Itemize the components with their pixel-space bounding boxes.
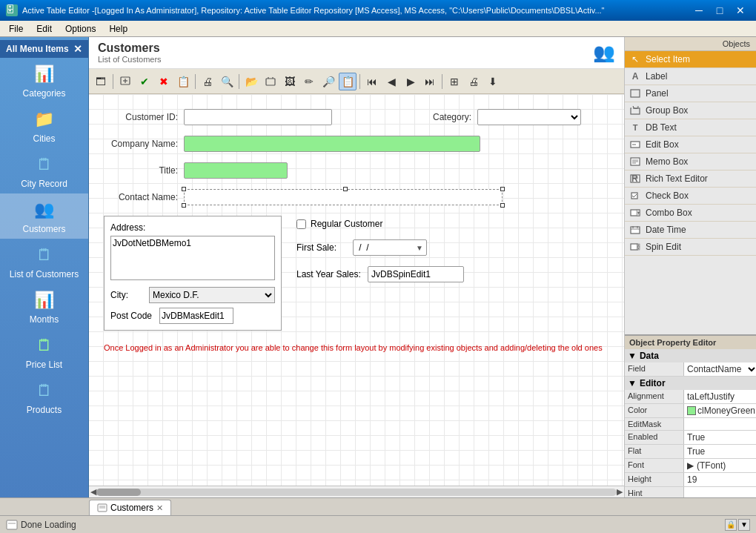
menu-file[interactable]: File xyxy=(3,22,29,36)
tab-close-customers[interactable]: ✕ xyxy=(156,503,163,513)
tab-customers[interactable]: Customers ✕ xyxy=(89,500,171,515)
title-input[interactable] xyxy=(184,162,288,179)
city-select[interactable]: Mexico D.F. xyxy=(149,287,275,303)
object-dbtext[interactable]: T DB Text xyxy=(625,119,756,136)
toolbar-printb[interactable]: 🖨 xyxy=(465,73,483,90)
editbox-label: Edit Box xyxy=(646,139,679,150)
toolbar-save[interactable]: ✔ xyxy=(136,73,153,90)
sidebar-item-price-list[interactable]: 🗒 Price List xyxy=(0,329,88,374)
menu-edit[interactable]: Edit xyxy=(30,22,58,36)
postcode-row: Post Code xyxy=(110,308,275,324)
toolbar-mode[interactable]: 📋 xyxy=(339,73,357,90)
panel-icon xyxy=(629,87,641,99)
object-spinedit[interactable]: Spin Edit xyxy=(625,239,756,256)
scroll-left-btn[interactable]: ◀ xyxy=(90,487,96,497)
minimize-button[interactable]: ─ xyxy=(689,3,709,18)
object-combobox[interactable]: Combo Box xyxy=(625,205,756,222)
toolbar-edit[interactable]: ✏ xyxy=(300,73,318,90)
sidebar-item-list-customers[interactable]: 🗒 List of Customers xyxy=(0,239,88,284)
sidebar-label-city-record: City Record xyxy=(21,179,67,189)
form-area: Customer ID: Category: Company Name: Tit… xyxy=(89,94,624,486)
toolbar-last[interactable]: ⏭ xyxy=(421,73,439,90)
sidebar-item-city-record[interactable]: 🗒 City Record xyxy=(0,148,88,193)
checkbox-label: Check Box xyxy=(646,191,689,201)
toolbar-scan[interactable]: 🔎 xyxy=(319,73,337,90)
prop-enabled-text: True xyxy=(687,432,705,443)
object-editbox[interactable]: Edit Box xyxy=(625,136,756,153)
close-button[interactable]: ✕ xyxy=(731,3,750,18)
object-select-item[interactable]: ↖ Select Item xyxy=(625,51,756,68)
last-year-sales-input[interactable] xyxy=(368,269,464,279)
svg-rect-36 xyxy=(7,520,17,529)
object-richtext[interactable]: R Rich Text Editor xyxy=(625,171,756,188)
list-customers-icon: 🗒 xyxy=(31,243,58,267)
first-sale-dropdown-icon[interactable]: ▼ xyxy=(416,244,423,252)
sidebar-item-products[interactable]: 🗒 Products xyxy=(0,374,88,420)
toolbar: 🗔 ✔ ✖ 📋 🖨 🔍 📂 🖼 ✏ 🔎 📋 xyxy=(89,69,624,94)
prop-section-editor[interactable]: ▼ Editor xyxy=(625,377,756,390)
prop-font-text: (TFont) xyxy=(697,460,726,471)
maximize-button[interactable]: □ xyxy=(710,3,729,18)
toolbar-next[interactable]: ▶ xyxy=(402,73,420,90)
scroll-thumb[interactable] xyxy=(96,489,141,496)
sidebar-item-months[interactable]: 📊 Months xyxy=(0,284,88,329)
prop-value-font[interactable]: ▶ (TFont) xyxy=(684,459,756,472)
toolbar-tile[interactable]: ⊞ xyxy=(445,73,463,90)
toolbar-image[interactable]: 🖼 xyxy=(281,73,299,90)
postcode-input[interactable] xyxy=(159,308,233,324)
address-memo[interactable]: JvDotNetDBMemo1 xyxy=(110,236,275,280)
object-label[interactable]: A Label xyxy=(625,68,756,85)
category-select[interactable] xyxy=(477,109,581,125)
toolbar-add[interactable] xyxy=(116,73,134,90)
regular-customer-checkbox[interactable] xyxy=(296,219,306,229)
prop-row-field: Field ContactName ▼ xyxy=(625,362,756,377)
object-datetime[interactable]: Date Time xyxy=(625,222,756,239)
toolbar-print[interactable]: 🖨 xyxy=(199,73,216,90)
sidebar-item-categories[interactable]: 📊 Categories xyxy=(0,58,88,103)
status-bar: Done Loading 🔒 ▼ xyxy=(0,515,756,533)
contact-name-label: Contact Name: xyxy=(104,192,178,202)
status-lock-btn[interactable]: 🔒 xyxy=(725,519,737,531)
toolbar-delete[interactable]: ✖ xyxy=(155,73,173,90)
sidebar-close-btn[interactable]: ✕ xyxy=(73,43,82,55)
customer-id-input[interactable] xyxy=(184,109,332,125)
prop-field-dropdown[interactable]: ▼ xyxy=(743,365,756,374)
scroll-right-btn[interactable]: ▶ xyxy=(617,487,623,497)
toolbar-sep2 xyxy=(195,74,196,89)
toolbar-open2[interactable] xyxy=(262,73,279,90)
toolbar-new-form[interactable]: 🗔 xyxy=(92,73,110,90)
object-groupbox[interactable]: G Group Box xyxy=(625,102,756,119)
prop-value-color[interactable]: clMoneyGreen xyxy=(684,404,756,417)
prop-section-data[interactable]: ▼ Data xyxy=(625,349,756,362)
contact-name-field[interactable] xyxy=(184,189,503,205)
toolbar-copy[interactable]: 📋 xyxy=(174,73,192,90)
sidebar-item-cities[interactable]: 📁 Cities xyxy=(0,103,88,148)
tab-bar: Customers ✕ xyxy=(0,498,756,515)
prop-row-height: Height 19 xyxy=(625,473,756,487)
object-panel[interactable]: Panel xyxy=(625,85,756,102)
toolbar-prev[interactable]: ◀ xyxy=(382,73,400,90)
object-memobox[interactable]: Memo Box xyxy=(625,153,756,171)
menu-options[interactable]: Options xyxy=(59,22,102,36)
menu-help[interactable]: Help xyxy=(103,22,133,36)
status-scroll-down-btn[interactable]: ▼ xyxy=(738,519,750,531)
prop-name-height: Height xyxy=(625,473,684,486)
object-checkbox[interactable]: Check Box xyxy=(625,188,756,205)
status-text: Done Loading xyxy=(21,520,76,530)
company-name-input[interactable] xyxy=(184,136,480,152)
prop-section-data-label: Data xyxy=(640,351,659,361)
toolbar-preview[interactable]: 🔍 xyxy=(218,73,236,90)
city-record-icon: 🗒 xyxy=(31,153,58,176)
first-sale-input[interactable] xyxy=(357,242,416,253)
contact-name-input[interactable] xyxy=(184,189,503,205)
toolbar-more[interactable]: ⬇ xyxy=(484,73,502,90)
scroll-bar[interactable]: ◀ ▶ xyxy=(89,486,624,497)
scroll-track[interactable] xyxy=(96,489,617,496)
toolbar-first[interactable]: ⏮ xyxy=(363,73,381,90)
sidebar-item-customers[interactable]: 👥 Customers xyxy=(0,193,88,239)
toolbar-open1[interactable]: 📂 xyxy=(242,73,260,90)
window-controls[interactable]: ─ □ ✕ xyxy=(689,3,750,18)
prop-row-editmask: EditMask xyxy=(625,418,756,431)
prop-value-field[interactable]: ContactName ▼ xyxy=(684,362,756,376)
prop-value-editmask[interactable] xyxy=(684,418,756,430)
